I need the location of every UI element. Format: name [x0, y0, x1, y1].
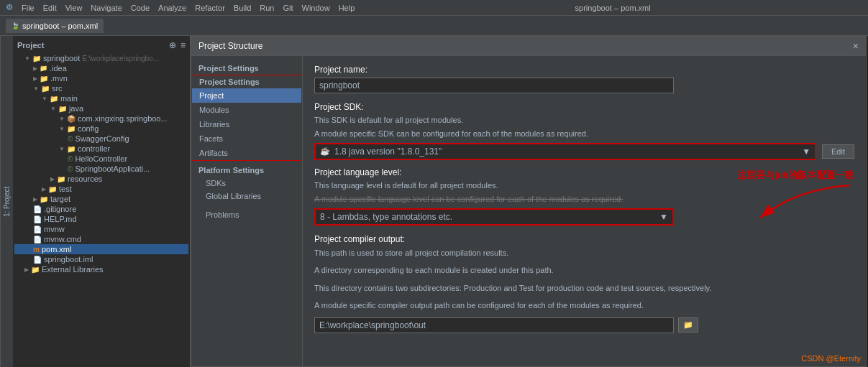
mvn-label: .mvn	[50, 74, 68, 83]
swagger-label: SwaggerConfig	[75, 134, 129, 143]
tree-config[interactable]: ▼ 📁 config	[14, 124, 188, 134]
csdn-credit: CSDN @Eternity	[801, 354, 861, 363]
menu-navigate[interactable]: Navigate	[91, 4, 122, 12]
menu-analyze[interactable]: Analyze	[158, 4, 186, 12]
folder-main-icon: 📁	[50, 95, 58, 103]
menu-help[interactable]: Help	[339, 4, 355, 12]
chevron-down-icon: ▼	[42, 96, 47, 102]
lang-dropdown[interactable]: 8 - Lambdas, type annotations etc. ▼	[314, 208, 674, 226]
tree-idea[interactable]: ▶ 📁 .idea	[14, 63, 188, 73]
nav-sdks[interactable]: SDKs	[191, 177, 302, 190]
sdk-value-label: 1.8 java version "1.8.0_131"	[334, 147, 442, 157]
tree-hellocontroller[interactable]: © HelloController	[14, 154, 188, 164]
lang-level-label: Project language level:	[314, 167, 854, 177]
chevron-down-icon: ▼	[59, 116, 65, 122]
tree-main[interactable]: ▼ 📁 main	[14, 93, 188, 103]
tree-java[interactable]: ▼ 📁 java	[14, 103, 188, 113]
controller-label: controller	[78, 144, 110, 153]
content-panel: Project name: Project SDK: This SDK is d…	[303, 56, 866, 366]
tree-mvn[interactable]: ▶ 📁 .mvn	[14, 73, 188, 83]
nav-problems[interactable]: Problems	[191, 208, 302, 221]
menu-edit[interactable]: Edit	[43, 4, 57, 12]
project-label: Project	[17, 41, 44, 50]
popup-item-project-settings-header: Project Settings	[192, 75, 301, 88]
project-sdk-label: Project SDK:	[314, 102, 854, 112]
menu-view[interactable]: View	[65, 4, 83, 12]
help-icon: 📄	[33, 215, 42, 223]
popup-item-project[interactable]: Project	[192, 88, 301, 103]
menu-git[interactable]: Git	[283, 4, 293, 12]
project-name-input[interactable]	[314, 78, 674, 93]
compiler-path-row: 📁	[314, 317, 854, 333]
tree-gitignore[interactable]: 📄 .gitignore	[14, 204, 188, 214]
tree-help[interactable]: 📄 HELP.md	[14, 214, 188, 224]
tree-springbootiml[interactable]: 📄 springboot.iml	[14, 254, 188, 264]
root-label: springboot	[43, 54, 80, 62]
compiler-section: Project compiler output: This path is us…	[314, 234, 854, 333]
menu-window[interactable]: Window	[302, 4, 330, 12]
sidebar: 1: Project Project ⊕ ≡ ▼ 📁 springboot E:…	[0, 36, 191, 367]
menu-run[interactable]: Run	[260, 4, 274, 12]
tree-root-springboot[interactable]: ▼ 📁 springboot E:\workplace\springbo...	[14, 53, 188, 63]
folder-idea-icon: 📁	[40, 65, 47, 72]
mvnw-icon: 📄	[33, 226, 42, 233]
tree-pomxml[interactable]: m pom.xml	[14, 244, 188, 254]
dialog-title-bar: Project Structure ×	[191, 37, 866, 56]
folder-java-icon: 📁	[58, 105, 67, 113]
popup-item-modules[interactable]: Modules	[192, 103, 301, 117]
package-icon: 📦	[67, 115, 76, 123]
folder-src-icon: 📁	[41, 85, 50, 93]
sdk-dropdown[interactable]: ☕ 1.8 java version "1.8.0_131" ▼	[314, 143, 816, 160]
lang-note-2: A module specific language level can be …	[314, 194, 854, 205]
gitignore-label: .gitignore	[44, 205, 76, 213]
tree-springbootapp[interactable]: © SpringbootApplicati...	[14, 164, 188, 174]
project-sdk-section: Project SDK: This SDK is default for all…	[314, 102, 854, 160]
browse-folder-button[interactable]: 📁	[678, 317, 698, 333]
tab-pom-xml[interactable]: 🍃 springboot – pom.xml	[6, 19, 104, 33]
menu-code[interactable]: Code	[131, 4, 150, 12]
dialog-close-button[interactable]: ×	[853, 41, 859, 51]
main-layout: 1: Project Project ⊕ ≡ ▼ 📁 springboot E:…	[0, 36, 868, 367]
chevron-right-icon: ▶	[24, 266, 29, 273]
popup-modules-label: Modules	[199, 106, 229, 114]
menu-file[interactable]: File	[22, 4, 35, 12]
config-label: config	[78, 124, 99, 133]
sdk-note-1: This SDK is default for all project modu…	[314, 115, 854, 126]
tree-controller[interactable]: ▼ 📁 controller	[14, 144, 188, 154]
popup-item-facets[interactable]: Facets	[192, 131, 301, 146]
nav-global-libraries[interactable]: Global Libraries	[191, 190, 302, 203]
popup-item-libraries[interactable]: Libraries	[192, 117, 301, 131]
tree-mvnw[interactable]: 📄 mvnw	[14, 224, 188, 234]
tree-mvnwcmd[interactable]: 📄 mvnw.cmd	[14, 234, 188, 244]
project-name-label: Project name:	[314, 65, 854, 75]
test-label: test	[59, 185, 72, 193]
vertical-tab-project[interactable]: 1: Project	[0, 36, 13, 367]
compiler-label: Project compiler output:	[314, 234, 854, 244]
menu-refactor[interactable]: Refactor	[195, 4, 225, 12]
idea-label: .idea	[50, 64, 67, 73]
settings-icon[interactable]: ≡	[181, 40, 186, 50]
tree-resources[interactable]: ▶ 📁 resources	[14, 174, 188, 184]
compiler-path-input[interactable]	[314, 317, 674, 333]
tab-label: springboot – pom.xml	[22, 22, 98, 30]
popup-item-artifacts[interactable]: Artifacts	[192, 146, 301, 160]
popup-project-label: Project	[199, 91, 224, 100]
tree-target[interactable]: ▶ 📁 target	[14, 194, 188, 204]
add-icon[interactable]: ⊕	[169, 40, 176, 50]
hello-label: HelloController	[75, 154, 127, 163]
tree-external-libraries[interactable]: ▶ 📁 External Libraries	[14, 264, 188, 274]
ext-lib-label: External Libraries	[42, 265, 104, 274]
menu-build[interactable]: Build	[234, 4, 251, 12]
tree-src[interactable]: ▼ 📁 src	[14, 83, 188, 93]
tree-test[interactable]: ▶ 📁 test	[14, 184, 188, 194]
chevron-right-icon: ▶	[42, 186, 46, 192]
spring-icon: 🍃	[12, 22, 19, 29]
sdk-row: ☕ 1.8 java version "1.8.0_131" ▼ Edit	[314, 143, 854, 160]
tree-swaggerconfig[interactable]: © SwaggerConfig	[14, 134, 188, 144]
edit-sdk-button[interactable]: Edit	[822, 144, 854, 159]
chevron-right-icon: ▶	[50, 176, 55, 182]
tree-package[interactable]: ▼ 📦 com.xingxing.springboo...	[14, 113, 188, 124]
java-label: java	[69, 104, 83, 113]
java-c-icon: ©	[68, 155, 73, 163]
platform-settings-header: Platform Settings	[191, 164, 302, 177]
